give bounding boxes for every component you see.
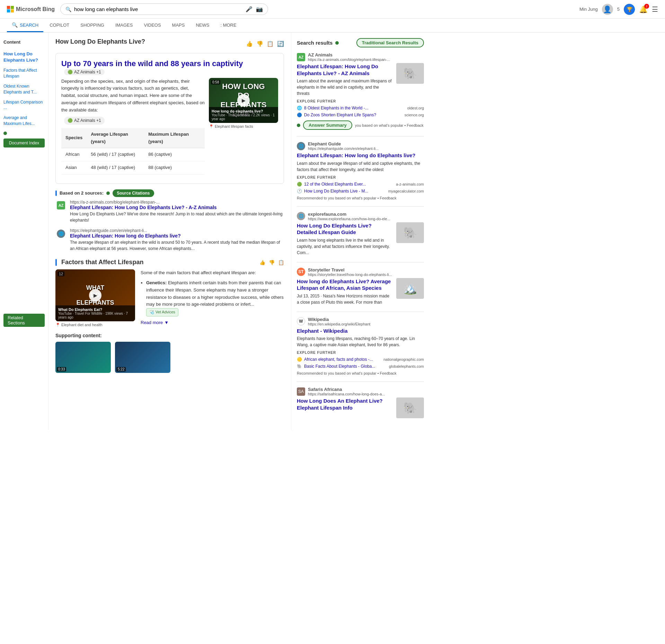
play-button[interactable]: ▶ [237, 94, 250, 107]
notification-icon[interactable]: 🔔 2 [639, 5, 648, 14]
copy-icon[interactable]: 📋 [267, 41, 274, 47]
video-thumbnail[interactable]: HOW LONGDOELEPHANTSLIVE? 0:58 ▶ How long… [209, 78, 278, 123]
microsoft-logo-icon [7, 6, 14, 13]
source-desc-2: The average lifespan of an elephant in t… [70, 239, 284, 252]
source-tag[interactable]: 🟢 AZ Animals +1 [64, 69, 105, 75]
thumb-item-2[interactable]: 5:22 [115, 342, 170, 373]
explore1a-icon: 🌐 [297, 106, 302, 110]
result-item-3: 🌐 explorefauna.com https://www.explorefa… [297, 212, 424, 256]
feedback-text: you based on what's popular • Feedback [355, 123, 424, 127]
sidebar-item-average[interactable]: Average and Maximum Lifes... [3, 114, 45, 128]
thumb-item-1[interactable]: 0:33 [55, 342, 111, 373]
source-tag-2[interactable]: 🟢 AZ Animals +1 [64, 117, 105, 125]
genetics-bullet: Genetics: Elephants inherit certain trai… [146, 279, 284, 316]
result3-desc: Learn how long elephants live in the wil… [297, 237, 393, 256]
species-african: African [61, 148, 87, 161]
sidebar-item-oldest[interactable]: Oldest Known Elephants and T... [3, 82, 45, 97]
source-citations-button[interactable]: Source Citations [113, 189, 154, 197]
result1-content: Elephant Lifespan: How Long Do Elephants… [297, 63, 393, 97]
document-index-button[interactable]: Document Index [3, 138, 45, 147]
result1-icon: AZ [297, 53, 305, 61]
genetics-key: Genetics: [146, 280, 167, 285]
menu-icon[interactable]: ☰ [652, 5, 658, 14]
answer-summary-badge[interactable]: Answer Summary [303, 120, 352, 130]
sidebar-item-comparison[interactable]: Lifespan Comparison ... [3, 98, 45, 113]
search-bar[interactable]: 🔍 🎤 📷 [60, 3, 268, 15]
elephant-img-6: 🐘 [403, 401, 417, 414]
tab-copilot[interactable]: COPILOT [45, 19, 74, 32]
page-title: How Long Do Elephants Live? [55, 38, 145, 45]
table-row: African 56 (wild) / 17 (captive) 86 (cap… [61, 148, 205, 161]
max-asian: 88 (captive) [144, 161, 205, 175]
tab-more[interactable]: : MORE [215, 19, 241, 32]
result6-image: 🐘 [396, 397, 424, 418]
section2-video-title: What Do Elephants Eat? [58, 307, 132, 312]
source-title-1[interactable]: Elephant Lifespan: How Long Do Elephants… [70, 205, 284, 210]
tab-news[interactable]: NEWS [191, 19, 214, 32]
source-title-2[interactable]: Elephant Lifespan: How long do Elephants… [70, 233, 284, 239]
section2-video[interactable]: 12 WHATDOELEPHANTS ▶ What Do Elephants E… [55, 269, 135, 321]
right-panel: Search results Traditional Search Result… [291, 33, 429, 430]
result6-source-row: SA Safaris Africana https://safarisafric… [297, 387, 424, 396]
section2-copy-icon[interactable]: 📋 [278, 260, 284, 265]
result4-title[interactable]: How long do Elephants Live? Average Life… [297, 278, 393, 292]
explore-link-1a: 🌐 8 Oldest Elephants in the World -... o… [297, 105, 424, 111]
result1-explore: EXPLORE FURTHER 🌐 8 Oldest Elephants in … [297, 99, 424, 118]
refresh-icon[interactable]: 🔄 [277, 41, 284, 47]
source-url-1: https://a-z-animals.com/blog/elephant-li… [70, 200, 284, 205]
result2-title[interactable]: Elephant Lifespan: How long do Elephants… [297, 152, 424, 159]
chevron-down-icon: ▼ [164, 319, 169, 327]
vet-advices-badge[interactable]: 🩺 Vet Advices [146, 308, 178, 316]
search-icons: 🎤 📷 [246, 6, 263, 12]
result4-source-row: ST Storyteller Travel https://storytelle… [297, 267, 424, 277]
microphone-icon[interactable]: 🎤 [246, 6, 252, 12]
result3-content: How Long Do Elephants Live? Detailed Lif… [297, 222, 393, 256]
result5-recommended: Recommended to you based on what's popul… [297, 371, 424, 375]
tab-videos[interactable]: VIDEOS [139, 19, 166, 32]
read-more-button[interactable]: Read more ▼ [141, 319, 284, 327]
tab-search[interactable]: 🔍 SEARCH [7, 19, 43, 32]
result3-row: How Long Do Elephants Live? Detailed Lif… [297, 222, 424, 256]
section2-thumbs-up-icon[interactable]: 👍 [259, 260, 265, 265]
explore5a-icon: 🟡 [297, 357, 302, 362]
answer-summary-dot [297, 124, 300, 127]
result1-title[interactable]: Elephant Lifespan: How Long Do Elephants… [297, 63, 393, 77]
tab-shopping[interactable]: SHOPPING [76, 19, 109, 32]
search-input[interactable] [74, 6, 243, 12]
az-icon: AZ [57, 201, 65, 209]
sidebar-item-how-long[interactable]: How Long Do Elephants Live? [3, 50, 45, 65]
video-duration: 0:58 [211, 80, 220, 84]
result6-title[interactable]: How Long Does An Elephant Live? Elephant… [297, 397, 393, 411]
thumbs-up-icon[interactable]: 👍 [246, 41, 253, 47]
explore5b-icon: 🐘 [297, 364, 302, 369]
result5-desc: Elephants have long lifespans, reaching … [297, 336, 424, 348]
sidebar-item-factors[interactable]: Factors that Affect Lifespan [3, 66, 45, 81]
result5-title[interactable]: Elephant - Wikipedia [297, 328, 424, 334]
tab-maps[interactable]: MAPS [167, 19, 190, 32]
section2-thumbs-down-icon[interactable]: 👎 [269, 260, 275, 265]
notification-badge: 2 [644, 4, 649, 9]
video-title-overlay: How long do elephants live? YouTube · Th… [209, 107, 278, 123]
center-content: How Long Do Elephants Live? 👍 👎 📋 🔄 Up t… [48, 33, 291, 430]
camera-icon[interactable]: 📷 [256, 6, 263, 12]
result3-title[interactable]: How Long Do Elephants Live? Detailed Lif… [297, 222, 393, 236]
section2-content: 12 WHATDOELEPHANTS ▶ What Do Elephants E… [55, 269, 284, 327]
elephant-guide-icon: 🌐 [55, 228, 66, 239]
elephant-img-1: 🐘 [403, 67, 417, 80]
tab-images[interactable]: IMAGES [110, 19, 138, 32]
section2-play-button[interactable]: ▶ [89, 289, 101, 302]
result2-explore: EXPLORE FURTHER 🟢 12 of the Oldest Eleph… [297, 176, 424, 195]
header-right: Min Jung 👤 5 🏆 🔔 2 ☰ [579, 4, 658, 15]
video-source: YouTube · ThisQuestions · 2.2K views · 1… [212, 113, 275, 121]
reward-badge-icon[interactable]: 🏆 [624, 4, 635, 15]
action-icons: 👍 👎 📋 🔄 [246, 41, 284, 47]
thumbs-down-icon[interactable]: 👎 [256, 41, 263, 47]
explore-link-2a: 🟢 12 of the Oldest Elephants Ever... a-z… [297, 181, 424, 188]
elephant-img-4: 🏔️ [403, 282, 417, 295]
divider-2 [297, 206, 424, 207]
thumb2-duration: 5:22 [116, 367, 126, 372]
source-desc-1: How Long Do Elephants Live? We've done t… [70, 211, 284, 223]
video-caption: 📍 Elephant lifespan facts [209, 124, 253, 129]
traditional-results-button[interactable]: Traditional Search Results [356, 38, 424, 47]
section2-video-source: YouTube · Travel For Wildlife · 198K vie… [58, 312, 132, 319]
